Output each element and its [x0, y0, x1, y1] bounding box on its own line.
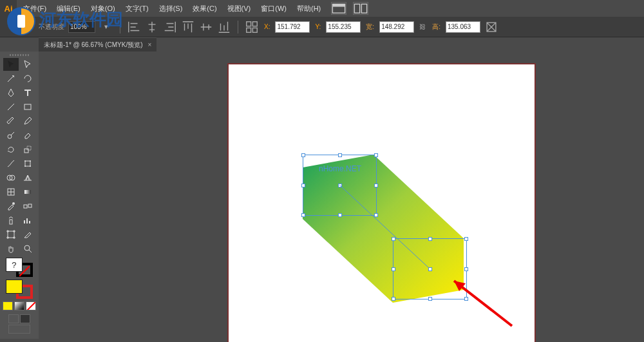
menu-type[interactable]: 文字(T) [122, 1, 153, 16]
eraser-tool[interactable] [20, 129, 35, 142]
workspace-switcher-icon[interactable] [331, 2, 346, 15]
menu-effect[interactable]: 效果(C) [189, 1, 220, 16]
direct-selection-tool[interactable] [20, 58, 35, 71]
y-input[interactable] [326, 21, 361, 33]
rotate-tool[interactable] [3, 143, 19, 156]
gradient-mode-icon[interactable] [14, 301, 24, 310]
menu-select[interactable]: 选择(S) [155, 1, 187, 16]
align-left-icon[interactable] [127, 21, 141, 33]
width-input[interactable] [379, 21, 414, 33]
align-bottom-icon[interactable] [217, 21, 231, 33]
tools-panel: ? [0, 52, 39, 339]
control-bar: 不透明度 ▾ X: Y: 宽: ⛓ 高: [0, 17, 644, 37]
svg-rect-22 [24, 190, 31, 194]
fill-stroke-chip[interactable]: ? [6, 258, 33, 277]
height-input[interactable] [446, 21, 480, 33]
svg-rect-7 [252, 28, 257, 32]
mesh-tool[interactable] [3, 185, 19, 198]
arrange-documents-icon[interactable] [353, 2, 368, 15]
none-mode-icon[interactable] [26, 301, 36, 310]
help-fill-icon: ? [6, 258, 23, 272]
svg-rect-26 [10, 220, 12, 224]
canvas[interactable] [39, 52, 644, 342]
pencil-tool[interactable] [20, 115, 35, 128]
separator [238, 21, 238, 33]
perspective-grid-tool[interactable] [20, 171, 35, 184]
line-tool[interactable] [3, 100, 19, 113]
hand-tool[interactable] [3, 242, 19, 255]
panel-grip-icon[interactable] [3, 52, 36, 58]
document-tab[interactable]: 未标题-1* @ 66.67% (CMYK/预览) × [39, 37, 156, 52]
rectangle-tool[interactable] [20, 100, 35, 113]
transform-icon[interactable] [245, 21, 259, 33]
h-label: 高: [431, 23, 442, 32]
align-hcenter-icon[interactable] [145, 21, 159, 33]
scale-tool[interactable] [20, 143, 35, 156]
align-right-icon[interactable] [163, 21, 177, 33]
pen-tool[interactable] [3, 86, 19, 99]
w-label: 宽: [365, 23, 375, 32]
x-input[interactable] [275, 21, 310, 33]
menu-help[interactable]: 帮助(H) [293, 1, 325, 16]
menu-object[interactable]: 对象(O) [87, 1, 119, 16]
paintbrush-tool[interactable] [3, 115, 19, 128]
column-graph-tool[interactable] [20, 214, 35, 227]
selection-bbox-2[interactable] [393, 238, 467, 299]
slice-tool[interactable] [20, 228, 35, 241]
svg-point-15 [24, 160, 26, 162]
x-label: X: [263, 23, 271, 30]
svg-rect-24 [24, 205, 27, 208]
magic-wand-tool[interactable] [3, 72, 19, 85]
presentation-icon[interactable] [8, 325, 30, 334]
align-vcenter-icon[interactable] [199, 21, 213, 33]
svg-rect-3 [362, 4, 367, 13]
symbol-sprayer-tool[interactable] [3, 214, 19, 227]
blend-tool[interactable] [20, 200, 35, 213]
close-tab-icon[interactable]: × [148, 41, 152, 48]
menu-view[interactable]: 视图(V) [223, 1, 255, 16]
constrain-icon[interactable] [484, 21, 498, 33]
menu-edit[interactable]: 编辑(E) [53, 1, 84, 16]
fill-swatch-icon [6, 280, 23, 294]
normal-screen-icon[interactable] [8, 314, 19, 323]
svg-rect-4 [247, 21, 251, 26]
document-tab-title: 未标题-1* @ 66.67% (CMYK/预览) [44, 41, 143, 50]
svg-text:?: ? [12, 260, 16, 270]
shape-builder-tool[interactable] [3, 171, 19, 184]
menu-window[interactable]: 窗口(W) [257, 1, 290, 16]
type-tool[interactable] [20, 86, 35, 99]
opacity-input[interactable] [68, 21, 95, 33]
svg-point-18 [30, 166, 31, 167]
svg-rect-25 [28, 204, 32, 207]
svg-rect-12 [24, 149, 28, 153]
lasso-tool[interactable] [20, 72, 35, 85]
menu-file[interactable]: 文件(F) [19, 1, 50, 16]
align-top-icon[interactable] [181, 21, 195, 33]
screen-mode-row2 [3, 325, 36, 334]
selection-tool[interactable] [3, 58, 19, 71]
link-wh-icon[interactable]: ⛓ [418, 21, 427, 33]
blob-brush-tool[interactable] [3, 129, 19, 142]
color-mode-icon[interactable] [3, 301, 13, 310]
artboard[interactable] [229, 64, 535, 342]
chevron-down-icon[interactable]: ▾ [99, 21, 113, 33]
full-screen-icon[interactable] [20, 314, 30, 323]
width-tool[interactable] [3, 157, 19, 170]
svg-point-28 [24, 245, 30, 251]
opacity-label: 不透明度 [39, 23, 64, 32]
svg-rect-1 [333, 4, 345, 6]
svg-rect-27 [8, 231, 14, 238]
gradient-tool[interactable] [20, 185, 35, 198]
fill-mode-row [3, 301, 36, 310]
svg-point-9 [13, 75, 14, 77]
separator [120, 21, 120, 33]
svg-point-16 [30, 160, 31, 162]
artboard-tool[interactable] [3, 228, 19, 241]
default-fill-stroke[interactable] [6, 280, 33, 299]
eyedropper-tool[interactable] [3, 200, 19, 213]
svg-rect-14 [25, 161, 30, 166]
menu-bar: 文件(F) 编辑(E) 对象(O) 文字(T) 选择(S) 效果(C) 视图(V… [19, 0, 644, 17]
free-transform-tool[interactable] [20, 157, 35, 170]
zoom-tool[interactable] [20, 242, 35, 255]
selection-bbox-1[interactable] [303, 155, 377, 216]
